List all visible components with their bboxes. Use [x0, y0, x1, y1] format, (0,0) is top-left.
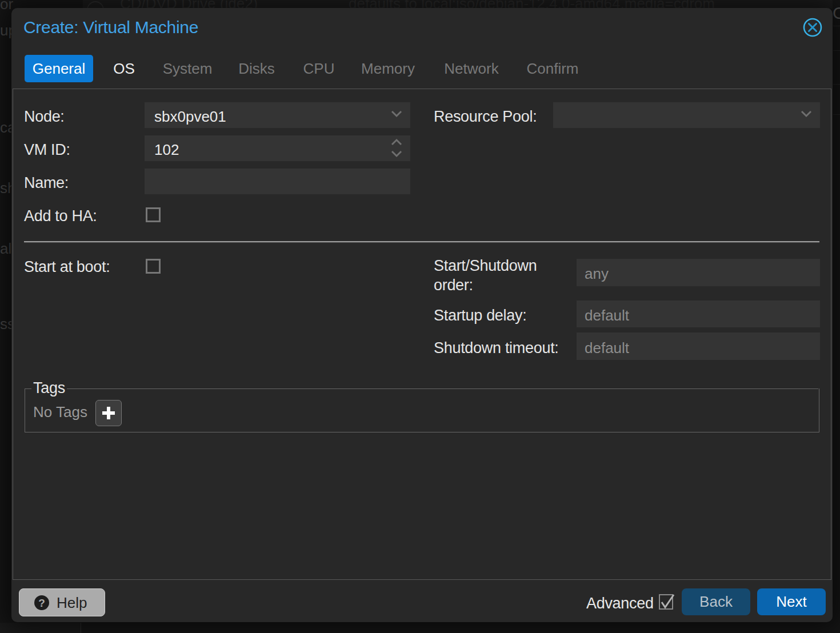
- svg-text:?: ?: [38, 597, 45, 609]
